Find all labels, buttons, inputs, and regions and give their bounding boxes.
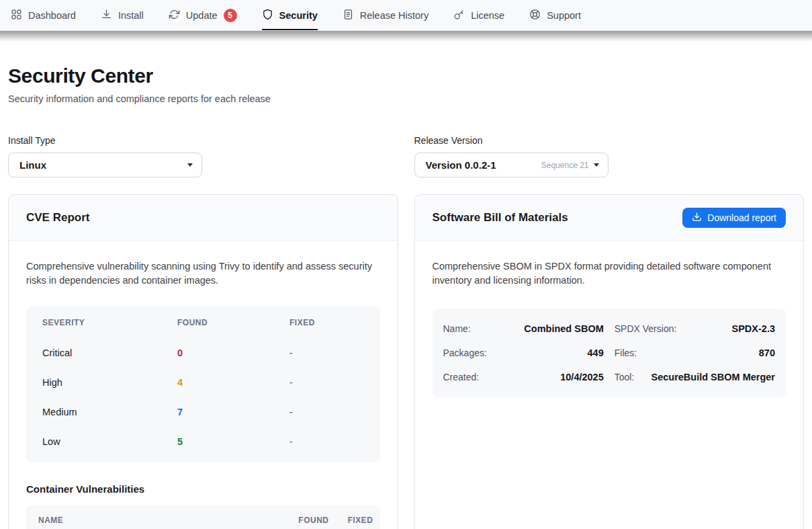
nav-label: Dashboard — [28, 10, 76, 21]
page-title: Security Center — [8, 65, 804, 87]
nav-item-security[interactable]: Security — [262, 0, 318, 30]
cve-card-header: CVE Report — [9, 195, 398, 241]
nav-item-install[interactable]: Install — [101, 0, 144, 30]
release-version-label: Release Version — [414, 135, 805, 146]
table-row: Low 5 - — [26, 427, 380, 456]
nav-label: License — [471, 10, 504, 21]
fixed-count: - — [289, 348, 364, 358]
cve-card-body: Comprehensive vulnerability scanning usi… — [9, 241, 398, 529]
sbom-info-panel: Name: Combined SBOM SPDX Version: SPDX-2… — [433, 309, 786, 397]
lifebuoy-icon — [529, 9, 541, 22]
table-row: High 4 - — [26, 368, 380, 397]
download-report-label: Download report — [707, 212, 776, 223]
col-found: Found — [177, 318, 289, 327]
sbom-info-spdx-version: SPDX Version: SPDX-2.3 — [615, 317, 775, 341]
sbom-info-packages: Packages: 449 — [443, 341, 604, 365]
container-vulnerabilities-header: Name Found Fixed — [26, 505, 380, 529]
col-name: Name — [38, 516, 287, 525]
col-found: Found — [287, 516, 329, 525]
severity-table-header: Severity Found Fixed — [26, 307, 380, 338]
top-nav: Dashboard Install Update 5 Security Rele… — [0, 0, 812, 31]
sbom-info-files: Files: 870 — [615, 341, 775, 365]
nav-label: Update — [186, 10, 218, 21]
sequence-label: Sequence 21 — [541, 161, 589, 170]
install-type-filter: Install Type Linux — [8, 135, 398, 177]
release-version-filter: Release Version Version 0.0.2-1 Sequence… — [414, 135, 805, 177]
main-content: Security Center Security information and… — [0, 65, 812, 529]
col-fixed: Fixed — [341, 516, 373, 525]
severity-table: Severity Found Fixed Critical 0 - High 4… — [26, 307, 380, 462]
install-type-label: Install Type — [8, 135, 398, 146]
found-count: 4 — [177, 377, 289, 388]
col-fixed: Fixed — [289, 318, 364, 327]
install-type-select[interactable]: Linux — [8, 153, 202, 177]
shield-icon — [262, 9, 273, 22]
nav-item-support[interactable]: Support — [529, 0, 581, 30]
nav-label: Release History — [360, 10, 428, 21]
fixed-count: - — [289, 377, 364, 388]
page-subtitle: Security information and compliance repo… — [8, 93, 804, 104]
release-version-select[interactable]: Version 0.0.2-1 Sequence 21 — [414, 153, 608, 177]
sbom-card-title: Software Bill of Materials — [433, 211, 568, 225]
cve-card-title: CVE Report — [26, 211, 89, 225]
fixed-count: - — [289, 407, 364, 417]
report-cards: CVE Report Comprehensive vulnerability s… — [8, 194, 804, 529]
release-version-value: Version 0.0.2-1 — [426, 159, 496, 171]
table-row: Medium 7 - — [26, 397, 380, 427]
cve-report-card: CVE Report Comprehensive vulnerability s… — [8, 194, 398, 529]
nav-item-release-history[interactable]: Release History — [343, 0, 428, 30]
col-severity: Severity — [42, 318, 177, 327]
chevron-down-icon — [594, 163, 599, 167]
found-count: 5 — [177, 436, 289, 447]
nav-item-dashboard[interactable]: Dashboard — [11, 0, 76, 30]
container-vulnerabilities-title: Container Vulnerabilities — [26, 483, 380, 495]
sbom-card-header: Software Bill of Materials Download repo… — [415, 195, 804, 241]
install-type-value: Linux — [19, 159, 46, 171]
filter-row: Install Type Linux Release Version Versi… — [8, 135, 804, 177]
nav-label: Support — [547, 10, 581, 21]
chevron-down-icon — [187, 163, 193, 167]
sbom-info-created: Created: 10/4/2025 — [443, 365, 604, 389]
download-icon — [692, 212, 702, 224]
fixed-count: - — [289, 436, 364, 447]
key-icon — [453, 9, 465, 22]
sbom-info-tool: Tool: SecureBuild SBOM Merger — [615, 365, 775, 389]
nav-item-update[interactable]: Update 5 — [169, 0, 237, 30]
nav-label: Security — [279, 10, 318, 21]
sbom-description: Comprehensive SBOM in SPDX format provid… — [433, 259, 786, 288]
found-count: 0 — [177, 348, 289, 358]
sbom-info-name: Name: Combined SBOM — [443, 317, 604, 341]
sbom-card-body: Comprehensive SBOM in SPDX format provid… — [415, 241, 804, 416]
nav-scroll-shadow — [0, 31, 812, 42]
sbom-card: Software Bill of Materials Download repo… — [414, 194, 805, 529]
table-row: Critical 0 - — [26, 338, 380, 368]
download-icon — [101, 9, 112, 22]
update-count-badge: 5 — [224, 9, 237, 22]
found-count: 7 — [177, 407, 289, 417]
document-icon — [343, 9, 354, 22]
dashboard-grid-icon — [11, 9, 22, 22]
nav-item-license[interactable]: License — [453, 0, 504, 30]
nav-label: Install — [118, 10, 144, 21]
download-report-button[interactable]: Download report — [682, 208, 786, 228]
cve-description: Comprehensive vulnerability scanning usi… — [26, 259, 380, 288]
refresh-icon — [169, 9, 180, 22]
